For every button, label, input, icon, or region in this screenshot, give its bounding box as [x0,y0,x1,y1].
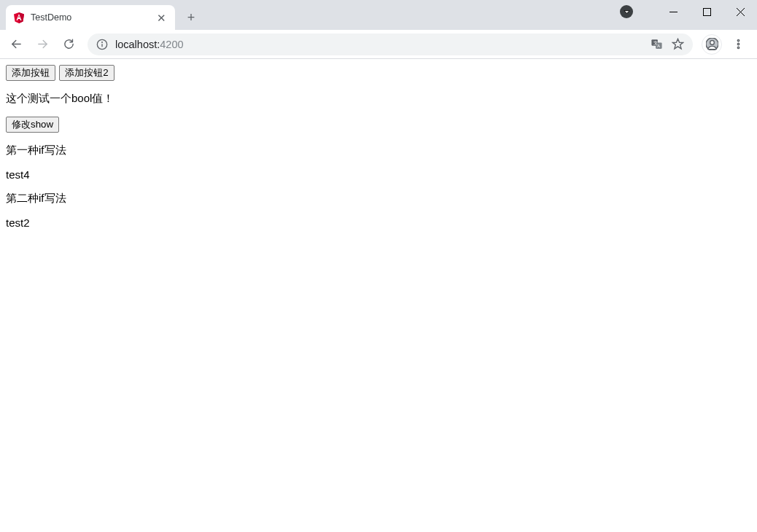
minimize-window-icon[interactable] [656,0,690,23]
address-bar[interactable]: localhost:4200 文A [88,34,693,55]
url-port: 4200 [160,39,183,50]
if-method-2-heading: 第二种if写法 [6,192,751,206]
close-tab-icon[interactable]: ✕ [155,11,168,25]
notification-indicator-icon[interactable] [610,0,643,23]
menu-kebab-icon[interactable] [726,33,750,56]
svg-point-19 [737,39,739,41]
svg-rect-4 [703,8,710,15]
test2-text: test2 [6,216,751,229]
svg-point-20 [737,43,739,44]
svg-point-21 [737,47,739,48]
translate-icon[interactable]: 文A [651,38,663,50]
bookmark-star-icon[interactable] [672,38,684,50]
back-button-icon[interactable] [4,33,28,56]
svg-marker-16 [672,39,683,48]
tab-title: TestDemo [31,12,155,23]
browser-toolbar: localhost:4200 文A [0,30,757,59]
close-window-icon[interactable] [723,0,757,23]
angular-favicon-icon [13,12,25,23]
modify-show-button[interactable]: 修改show [6,117,59,133]
svg-marker-2 [624,10,629,13]
window-controls [610,0,757,23]
site-info-icon[interactable] [96,39,108,50]
svg-point-18 [710,41,714,45]
browser-tab[interactable]: TestDemo ✕ [6,5,175,30]
new-tab-button[interactable]: + [181,7,201,28]
if-method-1-heading: 第一种if写法 [6,144,751,157]
svg-text:A: A [657,44,660,48]
maximize-window-icon[interactable] [690,0,723,23]
add-button-1[interactable]: 添加按钮 [6,65,55,81]
reload-button-icon[interactable] [57,33,80,56]
profile-avatar-icon[interactable] [700,33,723,56]
forward-button-icon [31,33,54,56]
browser-tab-strip: TestDemo ✕ + [0,0,757,30]
bool-test-text: 这个测试一个bool值！ [6,92,751,106]
add-button-2[interactable]: 添加按钮2 [59,65,114,81]
url-host: localhost: [115,39,160,50]
test4-text: test4 [6,168,751,181]
svg-point-11 [102,42,103,42]
page-content: 添加按钮 添加按钮2 这个测试一个bool值！ 修改show 第一种if写法 t… [0,59,757,246]
